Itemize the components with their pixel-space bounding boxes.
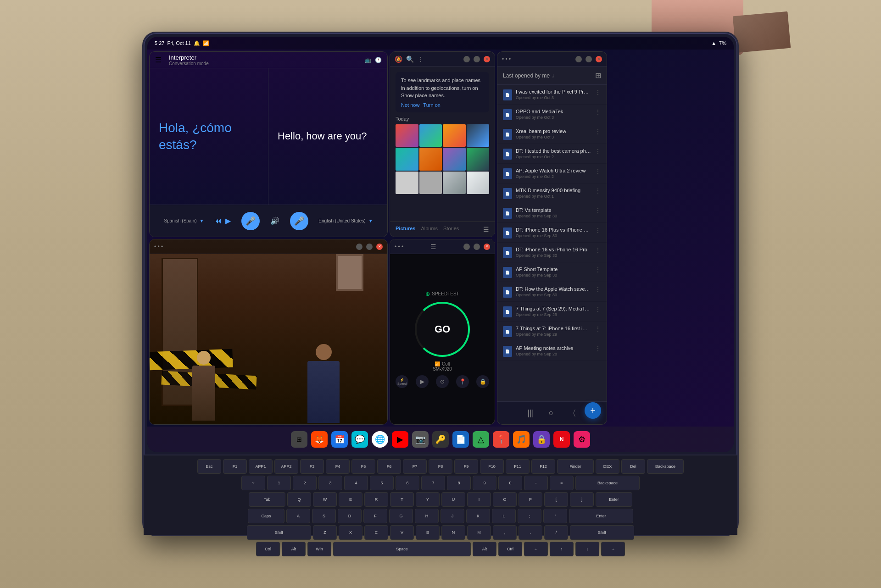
docs-item-6[interactable]: 📄 DT: Vs template Opened by me Sep 30 ⋮ [497,203,607,223]
key-6[interactable]: 6 [396,476,419,490]
speedtest-lock-icon[interactable]: 🔒 [476,375,489,388]
docs-item-9[interactable]: 📄 AP Short Template Opened by me Sep 30 … [497,262,607,282]
doc-more-5[interactable]: ⋮ [595,187,601,194]
taskbar-vpn-icon[interactable]: 🔒 [533,431,550,448]
key-enter-bottom[interactable]: Enter [569,509,633,523]
interpreter-speaker-icon[interactable]: 🔊 [270,216,279,225]
taskbar-messages-icon[interactable]: 💬 [351,431,368,448]
docs-minimize-btn[interactable] [575,56,582,62]
key-equals[interactable]: = [550,476,574,490]
key-comma[interactable]: , [493,525,517,540]
key-ctrl-right[interactable]: Ctrl [498,542,522,556]
sort-icon[interactable]: ↓ [552,72,554,79]
taskbar-drive-icon[interactable]: △ [473,431,489,448]
photo-thumb-4[interactable] [467,124,490,147]
taskbar-settings-icon[interactable]: ⚙ [574,431,590,448]
speedtest-location-icon[interactable]: 📍 [456,375,469,388]
key-del[interactable]: Del [621,459,645,474]
docs-item-4[interactable]: 📄 AP: Apple Watch Ultra 2 review Opened … [497,164,607,183]
interpreter-target-mic-button[interactable]: 🎤 [290,212,308,230]
key-tab[interactable]: Tab [249,492,285,507]
key-esc[interactable]: Esc [197,459,221,474]
taskbar-netflix-icon[interactable]: N [553,431,570,448]
key-x[interactable]: X [339,525,362,540]
docs-maximize-btn[interactable] [585,56,592,62]
taskbar-apps-icon[interactable]: ⊞ [291,431,307,448]
doc-more-1[interactable]: ⋮ [595,108,601,116]
key-ctrl-left[interactable]: Ctrl [256,542,280,556]
key-quote[interactable]: ' [543,509,567,523]
key-space[interactable]: Space [333,542,471,556]
key-app2[interactable]: APP2 [274,459,298,474]
key-r[interactable]: R [364,492,388,507]
key-f[interactable]: F [363,509,387,523]
docs-window-dots[interactable]: • • • [502,56,511,62]
key-semicolon[interactable]: ; [518,509,541,523]
tab-pictures[interactable]: Pictures [396,226,421,233]
maps-close-btn[interactable]: ✕ [484,56,490,62]
key-o[interactable]: O [493,492,517,507]
key-b[interactable]: B [416,525,440,540]
interpreter-menu-icon[interactable]: ☰ [155,55,162,64]
key-n[interactable]: N [441,525,465,540]
key-l[interactable]: L [492,509,516,523]
key-period[interactable]: . [519,525,542,540]
photo-thumb-1[interactable] [396,124,418,147]
photo-thumb-10[interactable] [419,172,442,194]
key-a[interactable]: A [286,509,310,523]
docs-item-8[interactable]: 📄 DT: iPhone 16 vs iPhone 16 Pro Opened … [497,243,607,262]
key-j[interactable]: J [440,509,464,523]
doc-more-0[interactable]: ⋮ [595,89,601,96]
key-dex[interactable]: DEX [596,459,619,474]
key-4[interactable]: 4 [344,476,368,490]
speedtest-speed-icon[interactable]: ⚡ Speed [396,375,408,388]
key-arrow-left[interactable]: ← [524,542,548,556]
video-maximize-btn[interactable] [366,244,373,250]
key-enter[interactable]: Enter [596,492,632,507]
interpreter-play-icon[interactable]: ▶ [225,216,231,225]
key-d[interactable]: D [338,509,362,523]
photo-thumb-3[interactable] [443,124,466,147]
taskbar-firefox-icon[interactable]: 🦊 [311,431,328,448]
key-w[interactable]: W [313,492,337,507]
doc-more-12[interactable]: ⋮ [595,325,601,333]
key-s[interactable]: S [312,509,336,523]
key-bracket-right[interactable]: ] [570,492,594,507]
speedtest-maximize-btn[interactable] [474,244,480,250]
photo-thumb-6[interactable] [419,148,442,171]
key-z[interactable]: Z [313,525,337,540]
key-i[interactable]: I [467,492,491,507]
key-backspace[interactable]: Backspace [575,476,640,490]
video-dots[interactable]: • • • [154,244,163,250]
docs-item-5[interactable]: 📄 MTK Dimensity 9400 briefing Opened by … [497,183,607,203]
key-2[interactable]: 2 [293,476,317,490]
photo-thumb-12[interactable] [467,172,490,194]
interpreter-cast-icon[interactable]: 📺 [364,57,371,63]
photo-thumb-11[interactable] [443,172,466,194]
doc-more-8[interactable]: ⋮ [595,246,601,254]
docs-nav-back-icon[interactable]: 〈 [568,408,576,419]
taskbar-calendar-icon[interactable]: 📅 [331,431,348,448]
key-f11[interactable]: F11 [506,459,530,474]
key-app1[interactable]: APP1 [249,459,273,474]
key-finder[interactable]: Finder [557,459,594,474]
speedtest-play-icon[interactable]: ▶ [416,375,429,388]
taskbar-chrome-icon[interactable]: 🌐 [372,431,388,448]
photo-thumb-2[interactable] [419,124,442,147]
docs-grid-icon[interactable]: ⊞ [595,71,601,80]
docs-fab-button[interactable]: + [585,402,601,419]
key-u[interactable]: U [441,492,465,507]
key-arrow-up[interactable]: ↑ [550,542,574,556]
maps-more-icon[interactable]: ⋮ [418,55,424,63]
docs-item-0[interactable]: 📄 I was excited for the Pixel 9 Pro Fold… [497,85,607,105]
doc-more-3[interactable]: ⋮ [595,148,601,155]
docs-item-1[interactable]: 📄 OPPO and MediaTek Opened by me Oct 3 ⋮ [497,105,607,124]
maps-search-icon[interactable]: 🔍 [406,55,414,63]
key-f7[interactable]: F7 [403,459,427,474]
doc-more-6[interactable]: ⋮ [595,207,601,214]
key-k[interactable]: K [466,509,490,523]
key-minus[interactable]: - [524,476,548,490]
docs-nav-recent-icon[interactable]: ||| [528,408,534,418]
taskbar-docs-icon[interactable]: 📄 [452,431,469,448]
key-9[interactable]: 9 [473,476,496,490]
